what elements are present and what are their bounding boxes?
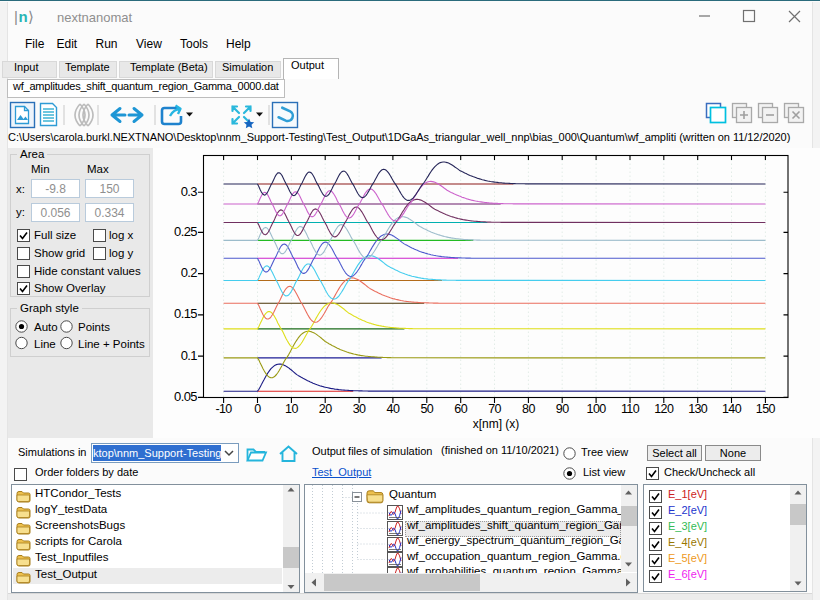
svg-text:130: 130: [688, 402, 708, 416]
svg-text:x[nm] (x): x[nm] (x): [473, 417, 520, 431]
svg-text:150: 150: [756, 402, 776, 416]
svg-text:30: 30: [353, 402, 366, 416]
svg-text:0.05: 0.05: [174, 389, 197, 404]
svg-text:90: 90: [556, 402, 569, 416]
svg-text:20: 20: [319, 402, 332, 416]
svg-text:-10: -10: [215, 402, 232, 416]
svg-text:100: 100: [587, 402, 607, 416]
svg-text:0.3: 0.3: [181, 184, 198, 199]
svg-text:0.1: 0.1: [181, 348, 198, 363]
svg-text:0.15: 0.15: [174, 306, 197, 321]
svg-text:110: 110: [621, 402, 640, 416]
svg-text:0.2: 0.2: [181, 265, 198, 280]
svg-text:0.25: 0.25: [174, 224, 197, 239]
svg-text:140: 140: [722, 402, 742, 416]
svg-text:40: 40: [387, 402, 400, 416]
svg-text:80: 80: [522, 402, 535, 416]
svg-text:0: 0: [254, 402, 261, 416]
svg-text:50: 50: [420, 402, 433, 416]
svg-text:10: 10: [285, 402, 298, 416]
svg-text:120: 120: [654, 402, 674, 416]
svg-text:70: 70: [488, 402, 501, 416]
svg-text:60: 60: [454, 402, 467, 416]
